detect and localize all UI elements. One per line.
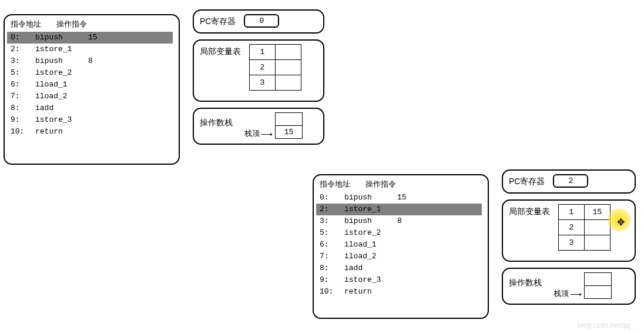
instruction-row: 0:bipush15 — [320, 192, 482, 204]
instruction-row: 9:istore_3 — [320, 274, 482, 286]
watermark-text: blog.csdn.net/qq_ — [578, 321, 633, 329]
lvt-value-highlighted: 15 — [585, 205, 611, 220]
instr-addr: 7: — [11, 91, 35, 102]
instr-addr: 8: — [11, 102, 35, 114]
instruction-row: 7:iload_2 — [11, 91, 173, 102]
lvt-row: 2 — [559, 220, 611, 235]
instr-addr: 3: — [320, 215, 344, 227]
stack-top-label: 栈顶 — [554, 288, 569, 299]
pc-register-label: PC寄存器 — [509, 174, 545, 187]
instruction-row: 10:return — [320, 286, 482, 298]
instr-arg: 15 — [397, 192, 421, 204]
instr-op: istore_2 — [344, 227, 397, 239]
instr-op: bipush — [344, 192, 397, 204]
local-var-table-label: 局部变量表 — [509, 204, 550, 217]
instr-op: return — [35, 126, 88, 138]
instr-addr: 9: — [11, 114, 35, 126]
instr-arg — [397, 239, 421, 251]
instr-arg — [88, 67, 112, 79]
instr-addr: 6: — [11, 79, 35, 91]
local-var-table-b: 115 2 3 — [558, 204, 611, 251]
instr-arg — [88, 102, 112, 114]
arrow-right-icon: ⟶ — [261, 129, 273, 139]
instruction-row: 6:iload_1 — [11, 79, 173, 91]
instr-arg: 8 — [88, 55, 112, 67]
instr-addr: 3: — [11, 55, 35, 67]
instr-op: return — [344, 286, 397, 298]
header-addr: 指令地址 — [11, 19, 41, 29]
instr-arg — [397, 286, 421, 298]
pc-register-label: PC寄存器 — [200, 14, 236, 27]
instruction-row: 6:iload_1 — [320, 239, 482, 251]
instr-arg — [88, 44, 112, 55]
instr-arg — [397, 274, 421, 286]
pc-register-box-b: PC寄存器 2 — [502, 169, 636, 194]
header-op: 操作指令 — [56, 19, 87, 29]
lvt-row: 3 — [559, 235, 611, 251]
instr-op: istore_2 — [35, 67, 88, 79]
instr-arg — [397, 204, 421, 215]
instruction-headers: 指令地址 操作指令 — [320, 179, 482, 189]
operand-stack-label: 操作数栈 — [200, 118, 233, 128]
lvt-row: 1 — [250, 45, 301, 60]
instruction-row: 5:istore_2 — [320, 227, 482, 239]
instruction-row: 7:iload_2 — [320, 251, 482, 262]
instr-arg — [397, 262, 421, 274]
instr-arg — [88, 79, 112, 91]
instr-addr: 2: — [320, 204, 344, 215]
instr-addr: 10: — [11, 126, 35, 138]
instr-op: iload_1 — [35, 79, 88, 91]
operand-stack-box-b: 操作数栈 栈顶 ⟶ — [502, 268, 636, 305]
pc-register-box-a: PC寄存器 0 — [193, 9, 324, 34]
instr-addr: 8: — [320, 262, 344, 274]
instruction-panel-a: 指令地址 操作指令 0:bipush152:istore_13:bipush85… — [4, 14, 180, 165]
instr-arg — [397, 251, 421, 262]
local-var-table-a: 1 2 3 — [249, 44, 301, 91]
arrow-right-icon: ⟶ — [570, 289, 582, 299]
operand-stack-b — [584, 272, 612, 299]
instr-op: istore_1 — [35, 44, 88, 55]
instruction-row: 0:bipush15 — [7, 32, 173, 44]
instr-addr: 0: — [11, 32, 35, 44]
instr-op: bipush — [35, 55, 88, 67]
instruction-panel-b: 指令地址 操作指令 0:bipush152:istore_13:bipush85… — [313, 174, 489, 319]
instr-addr: 7: — [320, 251, 344, 262]
instr-addr: 10: — [320, 286, 344, 298]
instr-op: iadd — [344, 262, 397, 274]
pc-register-value: 0 — [244, 14, 279, 28]
instruction-row: 8:iadd — [320, 262, 482, 274]
instr-op: istore_3 — [35, 114, 88, 126]
local-var-table-label: 局部变量表 — [200, 44, 241, 57]
local-var-table-box-a: 局部变量表 1 2 3 — [193, 39, 324, 102]
operand-stack-box-a: 操作数栈 栈顶 ⟶ 15 — [193, 108, 324, 145]
instr-op: istore_3 — [344, 274, 397, 286]
instruction-row: 5:istore_2 — [11, 67, 173, 79]
instr-op: iload_2 — [344, 251, 397, 262]
instruction-row: 2:istore_1 — [11, 44, 173, 55]
instruction-row: 10:return — [11, 126, 173, 138]
instruction-row: 8:iadd — [11, 102, 173, 114]
instr-op: bipush — [35, 32, 88, 44]
lvt-row: 115 — [559, 205, 611, 220]
instr-arg: 8 — [397, 215, 421, 227]
instr-addr: 6: — [320, 239, 344, 251]
instr-addr: 9: — [320, 274, 344, 286]
instruction-row: 9:istore_3 — [11, 114, 173, 126]
instr-op: istore_1 — [344, 204, 397, 215]
instr-addr: 5: — [320, 227, 344, 239]
stack-top-label: 栈顶 — [244, 128, 260, 139]
instruction-row: 3:bipush8 — [320, 215, 482, 227]
instruction-headers: 指令地址 操作指令 — [11, 19, 173, 29]
lvt-row: 3 — [250, 75, 301, 91]
instr-arg: 15 — [88, 32, 112, 44]
lvt-row: 2 — [250, 60, 301, 75]
instr-addr: 2: — [11, 44, 35, 55]
instr-op: iload_2 — [35, 91, 88, 102]
local-var-table-box-b: 局部变量表 115 2 3 — [502, 199, 636, 262]
instr-arg — [88, 114, 112, 126]
instruction-row: 3:bipush8 — [11, 55, 173, 67]
instr-op: iload_1 — [344, 239, 397, 251]
instr-addr: 5: — [11, 67, 35, 79]
instr-arg — [88, 91, 112, 102]
operand-stack-a: 15 — [275, 112, 303, 139]
